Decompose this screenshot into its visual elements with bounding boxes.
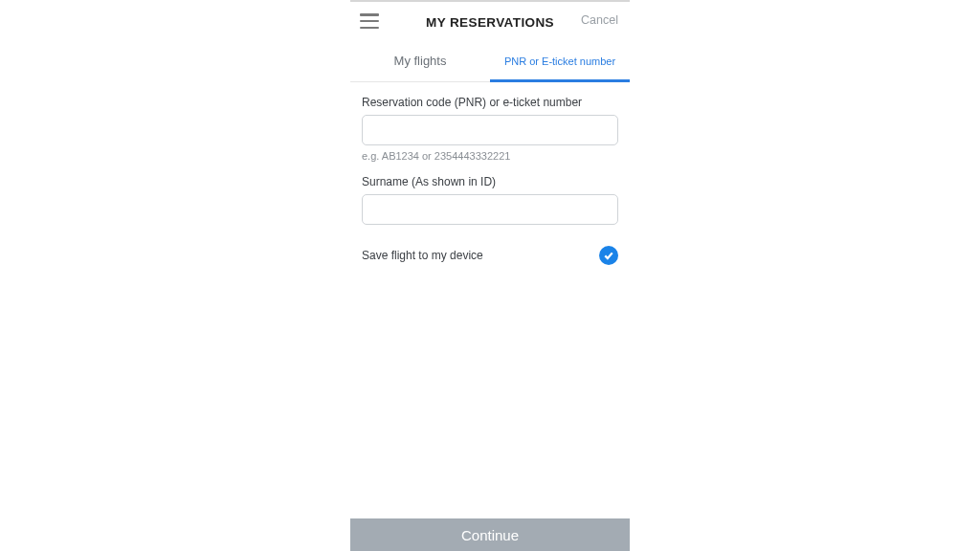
save-toggle[interactable] bbox=[599, 246, 618, 265]
surname-input[interactable] bbox=[362, 194, 618, 225]
pnr-input[interactable] bbox=[362, 115, 618, 145]
check-icon bbox=[603, 250, 614, 261]
save-toggle-row: Save flight to my device bbox=[362, 246, 618, 265]
pnr-label: Reservation code (PNR) or e-ticket numbe… bbox=[362, 96, 618, 109]
tab-my-flights[interactable]: My flights bbox=[350, 42, 490, 81]
continue-button[interactable]: Continue bbox=[350, 518, 630, 551]
save-toggle-label: Save flight to my device bbox=[362, 249, 483, 262]
form-content: Reservation code (PNR) or e-ticket numbe… bbox=[350, 82, 630, 265]
header-bar: MY RESERVATIONS Cancel bbox=[350, 2, 630, 42]
tab-pnr-eticket[interactable]: PNR or E-ticket number bbox=[490, 42, 630, 81]
page-title: MY RESERVATIONS bbox=[426, 15, 554, 30]
surname-label: Surname (As shown in ID) bbox=[362, 175, 618, 188]
pnr-hint: e.g. AB1234 or 2354443332221 bbox=[362, 150, 618, 162]
tabs: My flights PNR or E-ticket number bbox=[350, 42, 630, 82]
menu-icon[interactable] bbox=[360, 13, 379, 29]
pnr-field-block: Reservation code (PNR) or e-ticket numbe… bbox=[362, 96, 618, 162]
app-screen: MY RESERVATIONS Cancel My flights PNR or… bbox=[350, 0, 630, 551]
surname-field-block: Surname (As shown in ID) bbox=[362, 175, 618, 225]
cancel-button[interactable]: Cancel bbox=[581, 13, 618, 27]
